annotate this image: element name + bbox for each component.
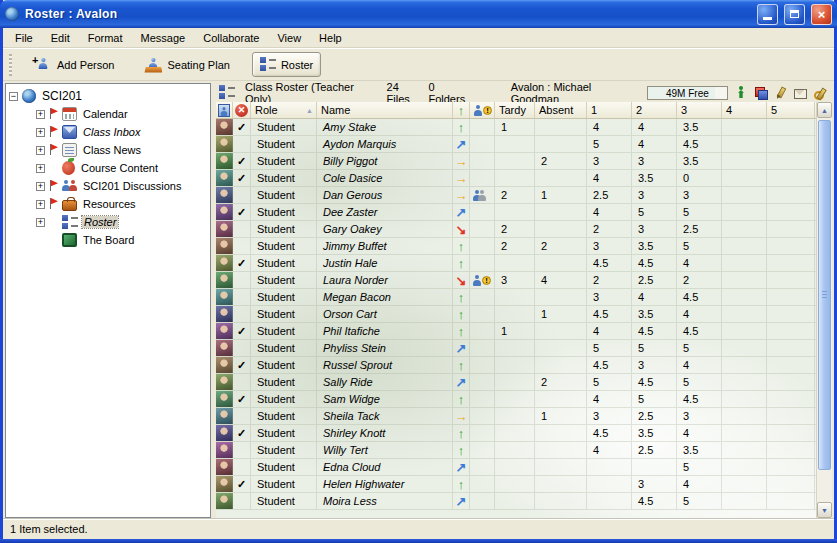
vertical-scrollbar: ▲ ▼: [816, 102, 832, 518]
key-edit-icon[interactable]: [814, 86, 827, 99]
period-2-cell: 4: [632, 119, 677, 135]
scroll-down-button[interactable]: ▼: [817, 502, 832, 518]
toolbar-grip[interactable]: [9, 54, 12, 76]
table-row[interactable]: StudentJimmy Buffet↑2233.55: [216, 238, 816, 255]
menu-message[interactable]: Message: [132, 30, 195, 46]
check-cell: ✓: [233, 119, 251, 135]
period-5-cell: [767, 442, 815, 458]
column-tardy[interactable]: Tardy: [495, 102, 535, 118]
menu-help[interactable]: Help: [310, 30, 351, 46]
table-row[interactable]: StudentWilly Tert↑42.53.5: [216, 442, 816, 459]
maximize-button[interactable]: [784, 4, 805, 25]
table-row[interactable]: ✓StudentBilly Piggot→2333.5: [216, 153, 816, 170]
tree-item-resources[interactable]: +Resources: [6, 195, 210, 213]
table-row[interactable]: ✓StudentDee Zaster↗455: [216, 204, 816, 221]
roster-button[interactable]: Roster: [252, 52, 321, 77]
period-3-cell: 4: [677, 425, 722, 441]
tree-item-roster[interactable]: +Roster: [6, 213, 210, 231]
column-check[interactable]: ✕: [233, 102, 251, 118]
table-row[interactable]: StudentLaura Norder↘!3422.52: [216, 272, 816, 289]
name-cell: Phyliss Stein: [317, 340, 453, 356]
scroll-up-button[interactable]: ▲: [817, 102, 832, 118]
mail-edit-icon[interactable]: [794, 86, 807, 99]
absent-cell: 1: [535, 306, 587, 322]
table-row[interactable]: StudentOrson Cart↑14.53.54: [216, 306, 816, 323]
period-3-cell: 5: [677, 459, 722, 475]
table-row[interactable]: ✓StudentShirley Knott↑4.53.54: [216, 425, 816, 442]
name-cell: Cole Dasice: [317, 170, 453, 186]
menu-file[interactable]: File: [6, 30, 42, 46]
alert-cell: [470, 289, 495, 305]
tree-item-class-news[interactable]: +Class News: [6, 141, 210, 159]
table-row[interactable]: StudentEdna Cloud↗5: [216, 459, 816, 476]
table-row[interactable]: ✓StudentAmy Stake↑1443.5: [216, 119, 816, 136]
scrollbar-thumb[interactable]: [818, 120, 831, 470]
table-row[interactable]: ✓StudentHelen Highwater↑34: [216, 476, 816, 493]
column-period-5[interactable]: 5: [767, 102, 815, 118]
add-person-button[interactable]: + Add Person: [26, 52, 122, 78]
tree-item-sci201[interactable]: −SCI201: [6, 87, 210, 105]
check-cell: [233, 272, 251, 288]
column-absent[interactable]: Absent: [535, 102, 587, 118]
person-online-icon[interactable]: [734, 86, 747, 99]
period-1-cell: 4.5: [587, 255, 632, 271]
row-filler: [815, 153, 816, 169]
role-cell: Student: [251, 408, 317, 424]
table-row[interactable]: ✓StudentCole Dasice→43.50: [216, 170, 816, 187]
student-photo: [216, 323, 233, 339]
column-name[interactable]: Name: [317, 102, 453, 118]
column-period-4[interactable]: 4: [722, 102, 767, 118]
menu-collaborate[interactable]: Collaborate: [194, 30, 268, 46]
table-row[interactable]: StudentSheila Tack→132.53: [216, 408, 816, 425]
seating-plan-button[interactable]: Seating Plan: [136, 52, 237, 78]
scrollbar-track[interactable]: [817, 118, 832, 502]
period-4-cell: [722, 476, 767, 492]
table-row[interactable]: ✓StudentSam Widge↑454.5: [216, 391, 816, 408]
table-row[interactable]: StudentDan Gerous→212.533: [216, 187, 816, 204]
app-globe-icon: [5, 7, 19, 21]
tree-item-sci201-discussions[interactable]: +SCI201 Discussions: [6, 177, 210, 195]
tree-item-calendar[interactable]: +Calendar: [6, 105, 210, 123]
menu-format[interactable]: Format: [79, 30, 132, 46]
tree-item-the-board[interactable]: The Board: [6, 231, 210, 249]
table-row[interactable]: StudentMegan Bacon↑344.5: [216, 289, 816, 306]
trend-up-icon: ↑: [458, 427, 465, 440]
check-cell: [233, 289, 251, 305]
column-period-2[interactable]: 2: [632, 102, 677, 118]
row-filler: [815, 357, 816, 373]
table-row[interactable]: StudentAydon Marquis↗544.5: [216, 136, 816, 153]
table-row[interactable]: StudentPhyliss Stein↗555: [216, 340, 816, 357]
tardy-cell: [495, 476, 535, 492]
menu-edit[interactable]: Edit: [42, 30, 79, 46]
column-period-3[interactable]: 3: [677, 102, 722, 118]
table-row[interactable]: StudentGary Oakey↘2232.5: [216, 221, 816, 238]
table-row[interactable]: StudentMoira Less↗4.55: [216, 493, 816, 510]
column-role[interactable]: Role▲: [251, 102, 317, 118]
column-photo[interactable]: [216, 102, 233, 118]
check-cell: ✓: [233, 323, 251, 339]
column-trend[interactable]: ↑: [453, 102, 470, 118]
absent-cell: [535, 136, 587, 152]
tree-item-course-content[interactable]: +Course Content: [6, 159, 210, 177]
table-row[interactable]: ✓StudentJustin Hale↑4.54.54: [216, 255, 816, 272]
role-cell: Student: [251, 153, 317, 169]
layers-icon[interactable]: [754, 86, 767, 99]
pencil-icon[interactable]: [774, 86, 787, 99]
menu-view[interactable]: View: [268, 30, 310, 46]
globe-icon: [22, 89, 36, 103]
minimize-button[interactable]: [757, 4, 778, 25]
check-cell: ✓: [233, 255, 251, 271]
column-alert[interactable]: !: [470, 102, 495, 118]
table-row[interactable]: StudentSally Ride↗254.55: [216, 374, 816, 391]
column-period-1[interactable]: 1: [587, 102, 632, 118]
tree-item-label: Course Content: [79, 162, 160, 174]
student-photo: [216, 442, 233, 458]
table-row[interactable]: ✓StudentRussel Sprout↑4.534: [216, 357, 816, 374]
tree-item-class-inbox[interactable]: +Class Inbox: [6, 123, 210, 141]
tardy-cell: [495, 204, 535, 220]
table-row[interactable]: ✓StudentPhil Itafiche↑144.54.5: [216, 323, 816, 340]
expand-icon: +: [36, 128, 45, 137]
close-button[interactable]: ×: [811, 4, 832, 25]
period-4-cell: [722, 170, 767, 186]
period-3-cell: 4: [677, 255, 722, 271]
